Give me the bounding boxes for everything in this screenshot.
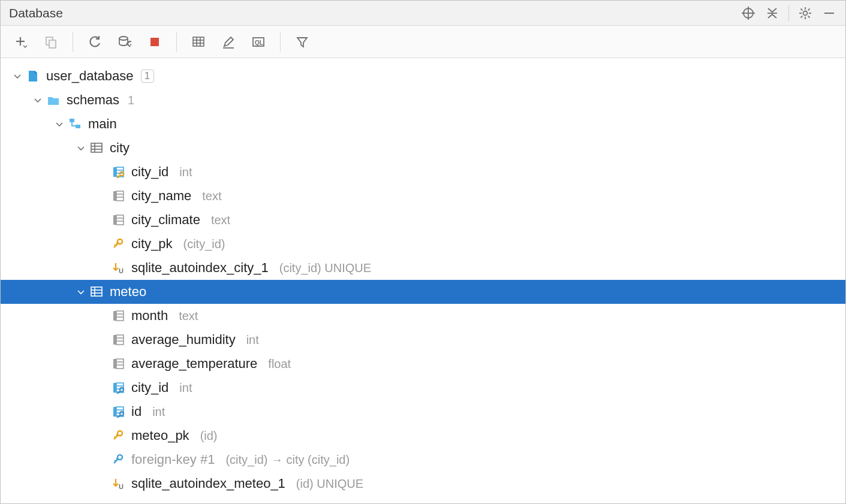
edit-ddl-button[interactable] [216,30,240,54]
column-node[interactable]: average_temperaturefloat [1,352,845,376]
database-tool-window: Database [0,0,846,504]
key-meta: (city_id) [183,237,225,251]
column-meta: float [268,357,291,371]
console-button[interactable] [246,30,270,54]
column-node[interactable]: monthtext [1,304,845,328]
column-icon [111,357,125,371]
index-icon [111,476,125,491]
expand-toggle[interactable] [75,286,87,298]
datasource-label: user_database [46,68,134,84]
chevron-down-icon [55,119,64,129]
key-node[interactable]: city_pk(city_id) [1,232,845,256]
column-meta: int [179,165,192,179]
index-label: sqlite_autoindex_meteo_1 [131,476,285,491]
index-label: sqlite_autoindex_city_1 [131,260,269,276]
schemas-group-node[interactable]: schemas 1 [1,88,845,112]
expand-toggle[interactable] [75,142,87,154]
key-label: meteo_pk [131,428,189,443]
column-label: city_climate [131,212,200,228]
column-icon [111,309,125,323]
schema-icon [68,117,82,131]
key-node[interactable]: meteo_pk(id) [1,424,845,448]
column-node[interactable]: idint [1,400,845,424]
index-node[interactable]: sqlite_autoindex_meteo_1(id) UNIQUE [1,472,845,496]
schema-node-main[interactable]: main [1,112,845,136]
table-label: city [110,140,130,156]
tool-window-header: Database [1,1,845,26]
manage-button[interactable] [113,30,137,54]
table-icon [89,141,104,155]
column-meta: int [179,381,192,395]
foreign-key-column-icon [111,381,125,395]
column-meta: int [152,405,165,419]
column-meta: text [211,213,230,227]
key-meta: (id) [200,429,218,443]
chevron-down-icon [76,287,86,297]
table-icon [89,285,104,299]
index-node[interactable]: sqlite_autoindex_city_1(city_id) UNIQUE [1,256,845,280]
column-label: id [131,404,141,420]
filter-button[interactable] [290,30,314,54]
index-meta: (city_id) UNIQUE [279,261,371,275]
column-node[interactable]: city_idint [1,376,845,400]
column-node[interactable]: city_nametext [1,184,845,208]
schema-count-badge: 1 [141,70,154,83]
column-node[interactable]: city_idint [1,160,845,184]
collapse-all-button[interactable] [762,3,782,23]
table-view-button[interactable] [186,30,210,54]
stop-icon [148,35,161,49]
column-label: city_id [131,164,168,180]
expand-toggle[interactable] [53,118,65,130]
column-meta: text [202,189,221,203]
expand-toggle[interactable] [11,70,23,82]
column-meta: int [246,333,259,347]
column-node[interactable]: city_climatetext [1,208,845,232]
database-tree[interactable]: user_database 1 schemas 1 main city city… [1,58,845,503]
duplicate-button[interactable] [39,30,63,54]
column-icon [111,213,125,227]
scroll-from-source-button[interactable] [738,3,758,23]
hide-button[interactable] [819,3,839,23]
add-datasource-button[interactable] [9,30,33,54]
schemas-label: schemas [67,92,119,108]
datasource-node[interactable]: user_database 1 [1,64,845,88]
collapse-icon [766,7,779,20]
header-actions [738,3,839,23]
index-icon [111,261,125,275]
folder-icon [46,93,61,107]
column-label: city_name [131,188,191,204]
crosshair-icon [742,7,755,20]
refresh-icon [88,35,101,49]
expand-toggle[interactable] [32,94,44,106]
schemas-count: 1 [128,93,134,107]
column-label: city_id [131,380,168,396]
stop-button[interactable] [143,30,167,54]
separator [788,5,789,21]
column-label: month [131,308,168,324]
foreign-key-column-icon [111,405,125,419]
primary-key-icon [111,428,125,443]
column-icon [111,189,125,203]
column-meta: text [179,309,198,323]
column-label: average_temperature [131,356,257,372]
settings-button[interactable] [795,3,815,23]
minimize-icon [823,7,836,20]
edit-icon [222,35,235,49]
primary-key-icon [111,237,125,251]
query-console-icon [252,35,265,49]
separator [280,32,281,52]
datasource-icon [26,69,40,83]
filter-icon [296,35,309,49]
table-node-city[interactable]: city [1,136,845,160]
refresh-button[interactable] [83,30,107,54]
table-label: meteo [110,284,146,300]
separator [176,32,177,52]
key-meta: (city_id) → city (city_id) [225,453,350,467]
tool-window-title: Database [9,6,738,20]
key-node[interactable]: foreign-key #1(city_id) → city (city_id) [1,448,845,472]
index-meta: (id) UNIQUE [296,477,363,491]
chevron-down-icon [13,71,22,81]
column-node[interactable]: average_humidityint [1,328,845,352]
table-node-meteo[interactable]: meteo [1,280,845,304]
primary-key-column-icon [111,165,125,179]
